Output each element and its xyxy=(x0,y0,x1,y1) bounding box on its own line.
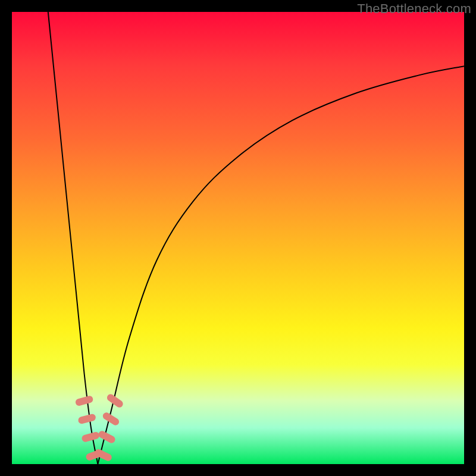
marker-capsule xyxy=(81,431,100,443)
chart-plot-area xyxy=(12,12,464,464)
marker-capsule xyxy=(75,395,94,406)
curve-right xyxy=(98,66,464,464)
marker-group xyxy=(75,393,124,462)
marker-capsule xyxy=(98,430,117,444)
marker-capsule xyxy=(77,413,96,424)
chart-frame: TheBottleneck.com xyxy=(0,0,476,476)
chart-svg xyxy=(12,12,464,464)
watermark-text: TheBottleneck.com xyxy=(357,1,471,17)
